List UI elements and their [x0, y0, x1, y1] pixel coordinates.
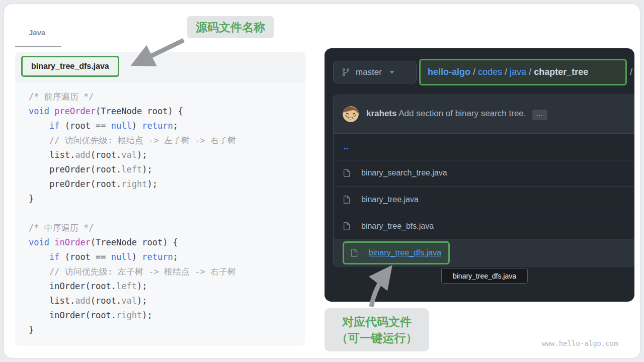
breadcrumb-trailing-slash: / [630, 67, 632, 77]
parent-directory-link[interactable]: .. [343, 142, 348, 151]
breadcrumb-separator: / [470, 67, 478, 77]
chevron-down-icon [389, 71, 394, 74]
file-row[interactable]: binary_tree_bfs.java [334, 213, 634, 240]
code-line: /* 中序遍历 */ [29, 221, 305, 235]
filename-badge: binary_tree_dfs.java [21, 56, 119, 77]
git-branch-icon [342, 68, 350, 76]
file-link[interactable]: binary_tree_bfs.java [361, 222, 434, 231]
breadcrumb-segment[interactable]: chapter_tree [534, 67, 588, 77]
annotation-line2: （可一键运行） [337, 330, 418, 346]
code-line: } [29, 323, 305, 337]
annotation-source-file-label: 源码文件名称 [187, 16, 274, 38]
code-line: void inOrder(TreeNode root) { [29, 235, 305, 250]
file-list: .. binary_search_tree.java binary_tree.j… [334, 134, 634, 266]
code-line: if (root == null) return; [29, 250, 305, 264]
commit-row: krahets Add section of binary search tre… [334, 95, 634, 134]
code-line: list.add(root.val); [29, 294, 305, 308]
breadcrumb: hello-algo / codes / java / chapter_tree [419, 59, 627, 85]
breadcrumb-segment[interactable]: java [510, 67, 526, 77]
code-line: void preOrder(TreeNode root) { [29, 104, 305, 119]
watermark: www.hello-algo.com [542, 339, 618, 347]
avatar[interactable] [343, 106, 359, 122]
code-line: } [29, 192, 305, 206]
code-line: preOrder(root.right); [29, 177, 305, 192]
code-line: // 访问优先级: 左子树 -> 根结点 -> 右子树 [29, 264, 305, 279]
file-link[interactable]: binary_tree.java [361, 195, 419, 204]
branch-name: master [356, 67, 382, 77]
code-line: if (root == null) return; [29, 119, 305, 133]
code-line: /* 前序遍历 */ [29, 89, 305, 104]
file-link[interactable]: binary_search_tree.java [361, 168, 447, 177]
arrow-to-filename-icon [121, 35, 189, 74]
code-line: // 访问优先级: 根结点 -> 左子树 -> 右子树 [29, 133, 305, 148]
file-icon [343, 222, 351, 231]
commit-author[interactable]: krahets [366, 109, 396, 118]
file-icon [343, 168, 351, 177]
breadcrumb-segment[interactable]: hello-algo [428, 67, 470, 77]
annotation-code-file-label: 对应代码文件 （可一键运行） [325, 308, 429, 351]
commit-message[interactable]: Add section of binary search tree. [398, 109, 526, 118]
tab-java[interactable]: Java [29, 28, 45, 37]
arrow-to-file-row-icon [363, 263, 398, 310]
file-row[interactable]: binary_tree.java [334, 187, 634, 213]
breadcrumb-segment[interactable]: codes [478, 67, 502, 77]
file-row[interactable]: binary_search_tree.java [334, 160, 634, 187]
code-line [29, 206, 305, 221]
commit-more-button[interactable]: … [532, 110, 547, 120]
commit-message-line[interactable]: krahets Add section of binary search tre… [366, 109, 547, 120]
file-icon [343, 195, 351, 204]
code-block: /* 前序遍历 */void preOrder(TreeNode root) {… [15, 81, 305, 337]
file-icon [350, 248, 359, 257]
annotation-line1: 对应代码文件 [342, 314, 412, 330]
file-row[interactable]: .. [334, 134, 634, 160]
breadcrumb-separator: / [526, 67, 534, 77]
file-browser-box: krahets Add section of binary search tre… [333, 95, 634, 266]
code-line: preOrder(root.left); [29, 162, 305, 177]
file-link[interactable]: binary_tree_dfs.java [369, 248, 441, 257]
code-line: inOrder(root.left); [29, 279, 305, 294]
file-tooltip: binary_tree_dfs.java [441, 268, 528, 284]
code-line: inOrder(root.right); [29, 308, 305, 323]
figure-canvas: Java binary_tree_dfs.java /* 前序遍历 */void… [0, 0, 644, 362]
code-line: list.add(root.val); [29, 148, 305, 162]
branch-selector-button[interactable]: master [333, 61, 417, 83]
breadcrumb-separator: / [502, 67, 510, 77]
code-panel: binary_tree_dfs.java /* 前序遍历 */void preO… [15, 52, 305, 346]
file-row-highlighted[interactable]: binary_tree_dfs.java [334, 239, 634, 266]
tab-active-indicator [15, 46, 61, 47]
